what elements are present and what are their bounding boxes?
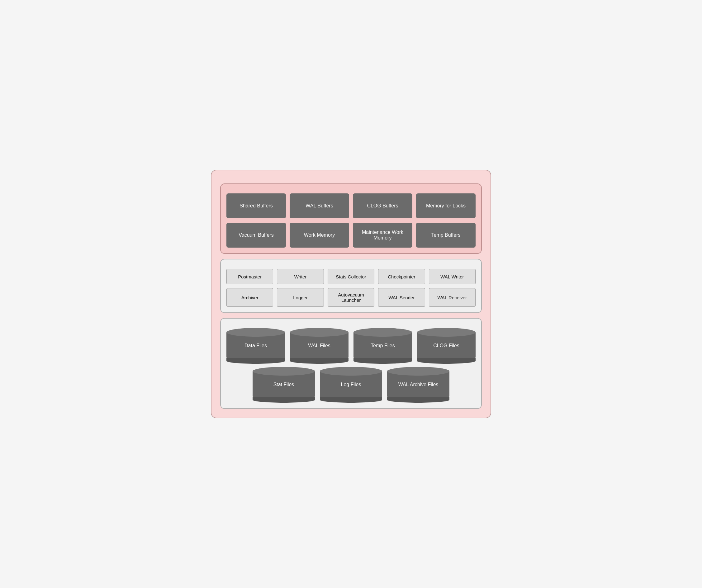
cylinder: Log Files [320,367,382,403]
cylinder-item: WAL Files [290,328,349,364]
cylinder: Temp Files [353,328,412,364]
cylinder-top [387,367,449,376]
process-memory-row: Vacuum BuffersWork MemoryMaintenance Wor… [226,223,476,248]
process-box: Checkpointer [378,269,425,284]
cylinder: CLOG Files [417,328,476,364]
cylinder-bottom [353,358,412,364]
cylinder-bottom [387,397,449,403]
postgresql-instance-diagram: Shared BuffersWAL BuffersCLOG BuffersMem… [211,170,491,418]
cylinder-top [290,328,349,337]
files-row2: Stat Files Log Files WAL Archive Files [248,367,454,403]
cylinder: Stat Files [253,367,315,403]
process-box: Archiver [226,288,273,307]
cylinder-top [226,328,285,337]
shared-memory-box: Memory for Locks [416,194,476,218]
files-row1: Data Files WAL Files Temp Files CLOG Fil… [226,328,476,364]
cylinder-top [353,328,412,337]
process-box: WAL Writer [429,269,476,284]
physical-files-section: Data Files WAL Files Temp Files CLOG Fil… [220,318,482,409]
cylinder-item: Log Files [320,367,382,403]
shared-memory-row: Shared BuffersWAL BuffersCLOG BuffersMem… [226,194,476,218]
cylinder-item: Data Files [226,328,285,364]
process-box: Stats Collector [328,269,374,284]
cylinder: Data Files [226,328,285,364]
cylinder-item: Stat Files [253,367,315,403]
process-box: WAL Sender [378,288,425,307]
process-memory-box: Work Memory [289,223,349,248]
process-memory-box: Temp Buffers [416,223,476,248]
process-box: Logger [277,288,324,307]
cylinder-bottom [226,358,285,364]
process-box: Autovacuum Launcher [328,288,374,307]
cylinder: WAL Archive Files [387,367,449,403]
cylinder-item: CLOG Files [417,328,476,364]
processes-row1: PostmasterWriterStats CollectorCheckpoin… [226,269,476,284]
cylinder-bottom [320,397,382,403]
cylinder-top [253,367,315,376]
process-box: WAL Receiver [429,288,476,307]
process-box: Postmaster [226,269,273,284]
process-box: Writer [277,269,324,284]
shared-memory-section: Shared BuffersWAL BuffersCLOG BuffersMem… [220,184,482,254]
cylinder-bottom [290,358,349,364]
shared-memory-box: WAL Buffers [289,194,349,218]
process-memory-box: Vacuum Buffers [226,223,286,248]
process-memory-box: Maintenance Work Memory [353,223,413,248]
cylinder-top [417,328,476,337]
cylinder-top [320,367,382,376]
cylinder: WAL Files [290,328,349,364]
cylinder-item: Temp Files [353,328,412,364]
cylinder-bottom [253,397,315,403]
shared-memory-box: Shared Buffers [226,194,286,218]
cylinder-item: WAL Archive Files [387,367,449,403]
processes-row2: ArchiverLoggerAutovacuum LauncherWAL Sen… [226,288,476,307]
processes-section: PostmasterWriterStats CollectorCheckpoin… [220,259,482,313]
shared-memory-box: CLOG Buffers [353,194,413,218]
cylinder-bottom [417,358,476,364]
